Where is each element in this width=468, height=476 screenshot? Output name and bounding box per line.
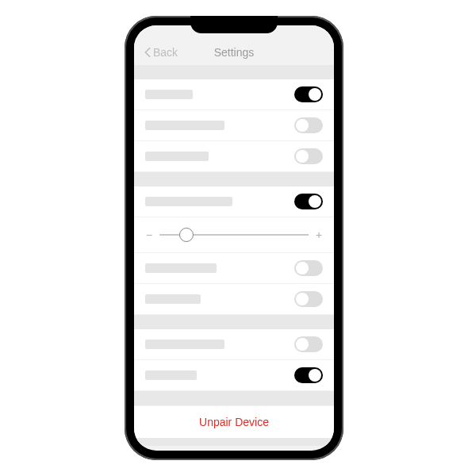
setting-row[interactable] <box>134 186 334 217</box>
setting-row[interactable] <box>134 360 334 391</box>
setting-row[interactable] <box>134 79 334 110</box>
setting-row[interactable] <box>134 284 334 315</box>
setting-label-placeholder <box>145 197 232 206</box>
setting-label-placeholder <box>145 121 224 130</box>
minus-icon: − <box>145 228 153 241</box>
section-separator <box>134 65 334 79</box>
setting-row[interactable] <box>134 141 334 172</box>
toggle-switch[interactable] <box>294 291 323 307</box>
page-title: Settings <box>214 46 255 59</box>
section-separator <box>134 438 334 446</box>
setting-label-placeholder <box>145 340 224 349</box>
toggle-switch[interactable] <box>294 336 323 352</box>
toggle-switch[interactable] <box>294 117 323 133</box>
setting-label-placeholder <box>145 90 193 99</box>
content: − + <box>134 65 334 446</box>
setting-label-placeholder <box>145 370 197 380</box>
screen: Back Settings <box>134 25 334 451</box>
setting-row[interactable] <box>134 329 334 360</box>
plus-icon: + <box>315 228 323 241</box>
setting-label-placeholder <box>145 263 217 273</box>
phone-frame: Back Settings <box>125 16 343 460</box>
toggle-switch[interactable] <box>294 260 323 276</box>
notch <box>190 16 278 33</box>
slider[interactable] <box>159 234 309 236</box>
toggle-switch[interactable] <box>294 148 323 164</box>
slider-thumb[interactable] <box>179 228 194 242</box>
back-button[interactable]: Back <box>144 46 178 59</box>
setting-label-placeholder <box>145 294 201 304</box>
setting-label-placeholder <box>145 152 209 161</box>
toggle-switch[interactable] <box>294 367 323 383</box>
slider-row: − + <box>134 217 334 253</box>
section-separator <box>134 172 334 186</box>
toggle-switch[interactable] <box>294 86 323 102</box>
back-label: Back <box>153 46 178 59</box>
toggle-switch[interactable] <box>294 194 323 209</box>
unpair-device-button[interactable]: Unpair Device <box>134 405 334 438</box>
setting-row[interactable] <box>134 253 334 284</box>
section-separator <box>134 391 334 405</box>
chevron-left-icon <box>144 47 152 58</box>
setting-row[interactable] <box>134 110 334 141</box>
section-separator <box>134 315 334 329</box>
